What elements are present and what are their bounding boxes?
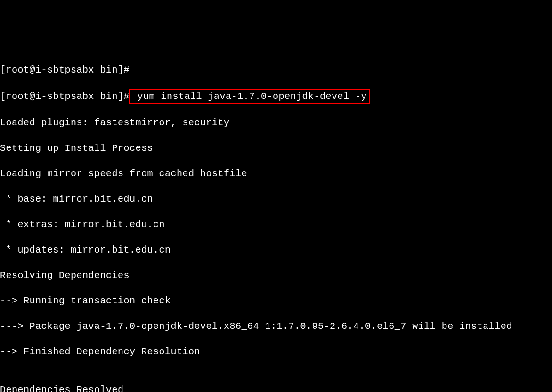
output-line: Loaded plugins: fastestmirror, security [0, 116, 552, 129]
output-line: * extras: mirror.bit.edu.cn [0, 218, 552, 231]
output-line: --> Running transaction check [0, 294, 552, 307]
terminal-output[interactable]: [root@i-sbtpsabx bin]# [root@i-sbtpsabx … [0, 51, 552, 392]
prompt-text: [root@i-sbtpsabx bin]# [0, 91, 130, 102]
output-line: Resolving Dependencies [0, 269, 552, 282]
prompt-line: [root@i-sbtpsabx bin]# yum install java-… [0, 89, 552, 104]
output-line: * updates: mirror.bit.edu.cn [0, 244, 552, 256]
command-highlight: yum install java-1.7.0-openjdk-devel -y [129, 89, 370, 104]
output-line: Loading mirror speeds from cached hostfi… [0, 167, 552, 180]
output-line: * base: mirror.bit.edu.cn [0, 193, 552, 205]
output-line: --> Finished Dependency Resolution [0, 345, 552, 358]
prompt-line-top: [root@i-sbtpsabx bin]# [0, 64, 552, 76]
output-line: ---> Package java-1.7.0-openjdk-devel.x8… [0, 320, 552, 333]
output-line: Setting up Install Process [0, 142, 552, 155]
output-line: Dependencies Resolved [0, 384, 552, 392]
